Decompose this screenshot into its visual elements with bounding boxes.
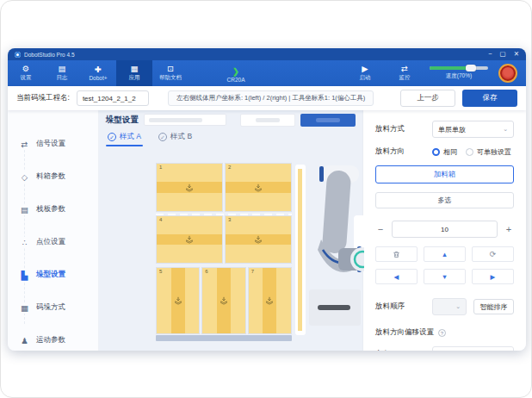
increment-button[interactable]: + <box>504 224 514 234</box>
move-right-button[interactable]: ▶ <box>472 269 514 284</box>
nav-item-settings[interactable]: ⚙ 设置 <box>8 60 44 86</box>
monitor-button[interactable]: ⇄ 监控 <box>390 65 419 82</box>
chevron-down-icon: ⌄ <box>503 126 508 133</box>
decrement-button[interactable]: − <box>375 224 386 234</box>
direction-row-label: 方向 <box>375 349 432 351</box>
main-content: 垛型设置 ✓ 样式 A ✓ 样式 B <box>99 110 362 351</box>
pallet-box[interactable]: 4 <box>156 215 223 264</box>
main-navbar: ❯ CR20A ⚙ 设置 ▤ 日志 ✚ Dobot+ ▦ 应用 <box>8 60 526 86</box>
place-down-icon <box>254 235 263 244</box>
left-arrow-icon: ◀ <box>394 273 399 281</box>
previous-step-button[interactable]: 上一步 <box>400 90 455 107</box>
nav-item-help-docs[interactable]: ⊡ 帮助文档 <box>152 60 189 86</box>
start-icon: ▶ <box>362 65 368 73</box>
speed-slider-fill <box>430 66 471 70</box>
app-window: DobotStudio Pro 4.5 − ▢ ✕ ❯ CR20A ⚙ 设置 <box>8 48 526 351</box>
rotate-button[interactable]: ⟳ <box>472 246 514 262</box>
place-down-icon <box>265 296 274 305</box>
order-select[interactable]: ⌄ <box>432 298 467 315</box>
delete-button[interactable] <box>375 246 418 262</box>
radio-icon <box>466 148 473 156</box>
conveyor-graphic <box>309 289 361 326</box>
nav-item-apps[interactable]: ▦ 应用 <box>116 60 152 86</box>
move-left-button[interactable]: ◀ <box>375 269 418 284</box>
add-box-button[interactable]: 加料箱 <box>375 165 514 183</box>
pallet-box[interactable]: 5 <box>156 267 200 334</box>
nav-item-dobot-plus[interactable]: ✚ Dobot+ <box>80 60 116 86</box>
sidebar-item-pattern-settings[interactable]: ▙ 垛型设置 <box>8 258 98 291</box>
move-up-button[interactable]: ▲ <box>424 246 466 262</box>
sidebar-item-palletize-mode[interactable]: ▦ 码垛方式 <box>8 291 98 324</box>
rotate-icon: ⟳ <box>490 250 497 258</box>
stacked-boxes-icon: ▦ <box>19 302 30 314</box>
place-down-icon <box>174 296 182 305</box>
sidebar-item-pallet-params[interactable]: ▤ 栈板参数 <box>8 193 98 226</box>
project-name-input[interactable]: test_1204_2_1_2 <box>77 90 149 106</box>
down-arrow-icon: ▼ <box>442 273 448 281</box>
speed-slider-knob[interactable] <box>466 65 476 72</box>
place-mode-select[interactable]: 单层单放 ⌄ <box>432 121 514 138</box>
radio-individual[interactable]: 可单独设置 <box>466 147 511 157</box>
signal-icon: ⇄ <box>19 139 30 150</box>
page-title: 垛型设置 <box>106 115 139 126</box>
offset-section-title: 放料方向偏移设置 <box>375 327 434 338</box>
nav-item-log[interactable]: ▤ 日志 <box>44 60 80 86</box>
count-input[interactable]: 10 <box>392 221 498 238</box>
smart-sort-button[interactable]: 智能排序 <box>473 299 514 314</box>
pallet-layout: 1 2 <box>156 163 292 341</box>
chevron-down-icon: ⌄ <box>455 303 461 310</box>
header-primary-button[interactable] <box>300 114 356 127</box>
trash-icon <box>393 251 400 258</box>
robot-logo-icon: ❯ <box>232 67 239 76</box>
pallet-box[interactable]: 7 <box>248 267 292 334</box>
help-doc-icon: ⊡ <box>167 65 174 73</box>
pallet-box[interactable]: 6 <box>201 267 245 334</box>
speed-slider[interactable] <box>430 66 488 70</box>
speed-control: 速度(70%) <box>430 66 488 80</box>
minimize-button[interactable]: − <box>488 48 492 60</box>
window-title: DobotStudio Pro 4.5 <box>24 52 75 58</box>
pattern-header: 垛型设置 <box>99 110 362 127</box>
set-direction-button[interactable]: 设置方向 <box>432 346 514 351</box>
sidebar-item-signal-settings[interactable]: ⇄ 信号设置 <box>8 127 98 160</box>
log-icon: ▤ <box>59 65 66 73</box>
titlebar: DobotStudio Pro 4.5 − ▢ ✕ <box>8 48 526 60</box>
sidebar-item-motion-params[interactable]: ♟ 运动参数 <box>8 324 98 351</box>
place-down-icon <box>220 296 228 305</box>
pattern-scheme-select[interactable] <box>144 114 226 126</box>
coordinate-info-badge: 左右侧线体用户坐标系: 1(left) / 2(right) | 工具坐标系1:… <box>168 90 374 106</box>
radio-same[interactable]: 相同 <box>432 147 457 157</box>
multi-select-button[interactable]: 多选 <box>375 192 514 208</box>
place-down-icon <box>185 183 194 192</box>
tab-style-b[interactable]: ✓ 样式 B <box>158 127 192 146</box>
close-button[interactable]: ✕ <box>514 48 519 60</box>
robot-arm-graphic <box>309 165 364 291</box>
sidebar-item-box-params[interactable]: ◇ 料箱参数 <box>8 160 98 193</box>
gear-icon: ⚙ <box>22 65 30 73</box>
place-mode-label: 放料方式 <box>375 124 432 134</box>
apps-icon: ▦ <box>131 65 139 73</box>
start-button[interactable]: ▶ 启动 <box>350 65 380 82</box>
pallet-icon: ▤ <box>19 204 30 215</box>
pallet-box[interactable]: 3 <box>225 215 292 264</box>
move-down-button[interactable]: ▼ <box>424 269 466 284</box>
header-secondary-button[interactable] <box>240 114 295 127</box>
plugin-icon: ✚ <box>95 65 102 74</box>
pallet-base <box>156 335 292 341</box>
nav-item-robot[interactable]: ❯ CR20A <box>218 67 254 83</box>
pallet-box[interactable]: 1 <box>156 163 223 212</box>
sidebar: ⇄ 信号设置 ◇ 料箱参数 ▤ 栈板参数 ∴ 点位设置 ▙ 垛型设置 <box>8 110 99 351</box>
place-down-icon <box>254 183 263 192</box>
check-circle-icon: ✓ <box>108 133 116 141</box>
monitor-icon: ⇄ <box>401 65 408 73</box>
style-tabs: ✓ 样式 A ✓ 样式 B <box>99 127 362 146</box>
save-button[interactable]: 保存 <box>462 90 517 107</box>
emergency-stop-button[interactable] <box>498 64 517 83</box>
sidebar-item-point-settings[interactable]: ∴ 点位设置 <box>8 226 98 258</box>
pallet-b-preview <box>295 165 306 335</box>
tab-style-a[interactable]: ✓ 样式 A <box>108 127 141 146</box>
maximize-button[interactable]: ▢ <box>500 48 506 60</box>
project-toolbar: 当前码垛工程名: test_1204_2_1_2 左右侧线体用户坐标系: 1(l… <box>8 86 526 110</box>
pallet-box[interactable]: 2 <box>225 163 292 212</box>
help-icon[interactable]: ? <box>438 329 446 337</box>
